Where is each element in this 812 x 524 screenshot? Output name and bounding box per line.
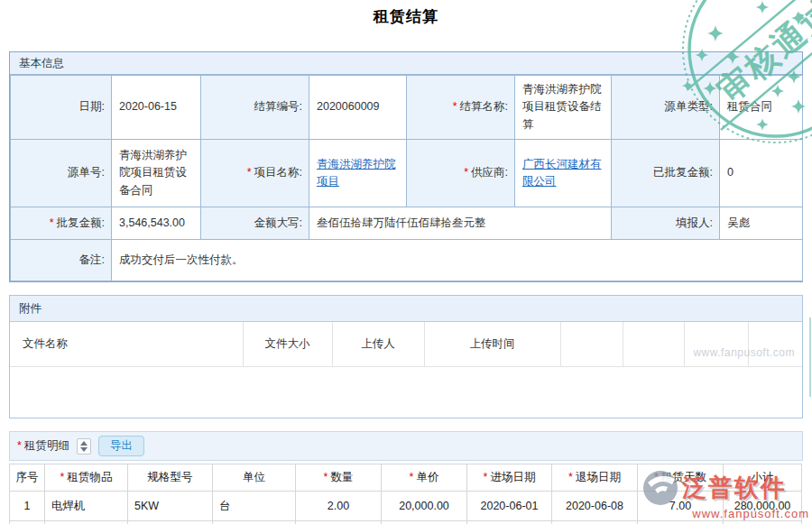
detail-col-exit-date: *退场日期	[552, 464, 638, 492]
field-value-reporter: 吴彪	[720, 207, 803, 240]
cell-qty: 2.00	[296, 492, 382, 521]
field-value-project-name: 青海洪湖养护院项目	[309, 140, 407, 207]
attach-col-filename: 文件名称	[10, 322, 243, 366]
detail-table: *序号 *租赁物品 *规格型号 *单位 *数量 *单价 *进场日期 *退场日期 …	[9, 464, 803, 524]
cell-unit: 台	[213, 492, 296, 521]
field-value-remark: 成功交付后一次性付款。	[112, 240, 803, 281]
field-value-settle-name: 青海洪湖养护院项目租赁设备结算	[515, 76, 612, 140]
cell-days: 7.00	[638, 492, 724, 521]
detail-col-seq: *序号	[10, 464, 45, 492]
detail-col-subtotal: *小计	[724, 464, 802, 492]
supplier-link[interactable]: 广西长河建材有限公司	[522, 158, 602, 188]
field-label-settle-name: *结算名称:	[407, 76, 515, 140]
attach-col-uploader: 上传人	[332, 322, 424, 366]
page-title: 租赁结算	[0, 0, 812, 27]
project-link[interactable]: 青海洪湖养护院项目	[317, 158, 396, 188]
detail-col-unit: *单位	[213, 464, 296, 492]
cell-spec: 5KW	[128, 492, 213, 521]
field-label-supplier: *供应商:	[407, 140, 515, 207]
detail-col-spec: *规格型号	[128, 464, 213, 492]
sort-spinner-icon[interactable]	[77, 438, 91, 455]
attach-col-empty-3	[684, 322, 748, 366]
attachments-section: 附件 文件名称 文件大小 上传人 上传时间 www.fanpusoft.com	[9, 295, 803, 418]
stamp-edge-artifact	[809, 317, 811, 397]
detail-row: 1 电焊机 5KW 台 2.00 20,000.00 2020-06-01 20…	[10, 492, 802, 521]
detail-col-item: *租赁物品	[45, 464, 128, 492]
field-value-source-type: 租赁合同	[720, 76, 803, 140]
field-label-approved-amount: *已批复金额:	[612, 140, 720, 207]
field-value-supplier: 广西长河建材有限公司	[515, 140, 612, 207]
detail-section-bar: *租赁明细 导出	[9, 431, 803, 461]
field-label-source-no: *源单号:	[11, 140, 112, 207]
detail-col-days: *租赁天数	[638, 464, 724, 492]
field-label-reporter: *填报人:	[612, 207, 720, 240]
basic-info-section-title: 基本信息	[10, 52, 802, 75]
cell-price: 20,000.00	[382, 492, 467, 521]
export-button[interactable]: 导出	[98, 436, 144, 456]
basic-info-section: 基本信息 *日期: 2020-06-15 *结算编号: 2020060009 *…	[9, 51, 803, 282]
basic-info-table: *日期: 2020-06-15 *结算编号: 2020060009 *结算名称:…	[10, 75, 803, 281]
field-label-approval-amount: *批复金额:	[11, 207, 112, 240]
field-value-settle-no: 2020060009	[309, 76, 407, 140]
detail-col-entry-date: *进场日期	[467, 464, 552, 492]
cell-seq: 1	[10, 492, 45, 521]
attach-col-empty-1	[560, 322, 623, 366]
field-label-source-type: *源单类型:	[612, 76, 720, 140]
field-label-date: *日期:	[11, 76, 112, 140]
cell-item: 电焊机	[45, 492, 128, 521]
attachments-table: 文件名称 文件大小 上传人 上传时间	[10, 322, 802, 418]
detail-col-qty: *数量	[296, 464, 382, 492]
field-label-remark: *备注:	[11, 240, 112, 281]
field-label-settle-no: *结算编号:	[201, 76, 309, 140]
field-value-source-no: 青海洪湖养护院项目租赁设备合同	[112, 140, 201, 207]
detail-col-price: *单价	[382, 464, 467, 492]
attach-col-empty-4	[748, 322, 802, 366]
attachments-empty-body	[10, 366, 802, 418]
detail-row-partial	[10, 521, 802, 524]
attach-col-empty-2	[623, 322, 684, 366]
field-label-project-name: *项目名称:	[201, 140, 309, 207]
attach-col-uploadtime: 上传时间	[424, 322, 560, 366]
field-value-approval-amount: 3,546,543.00	[112, 207, 201, 240]
attachments-section-title: 附件	[10, 296, 802, 322]
field-value-date: 2020-06-15	[112, 76, 201, 140]
cell-subtotal: 280,000.00	[724, 492, 802, 521]
field-value-amount-caps: 叁佰伍拾肆万陆仟伍佰肆拾叁元整	[309, 207, 612, 240]
field-value-approved-amount: 0	[720, 140, 803, 207]
cell-entry-date: 2020-06-01	[467, 492, 552, 521]
detail-section-title: *租赁明细	[17, 438, 69, 454]
field-label-amount-caps: *金额大写:	[201, 207, 309, 240]
attach-col-filesize: 文件大小	[243, 322, 332, 366]
cell-exit-date: 2020-06-08	[552, 492, 638, 521]
